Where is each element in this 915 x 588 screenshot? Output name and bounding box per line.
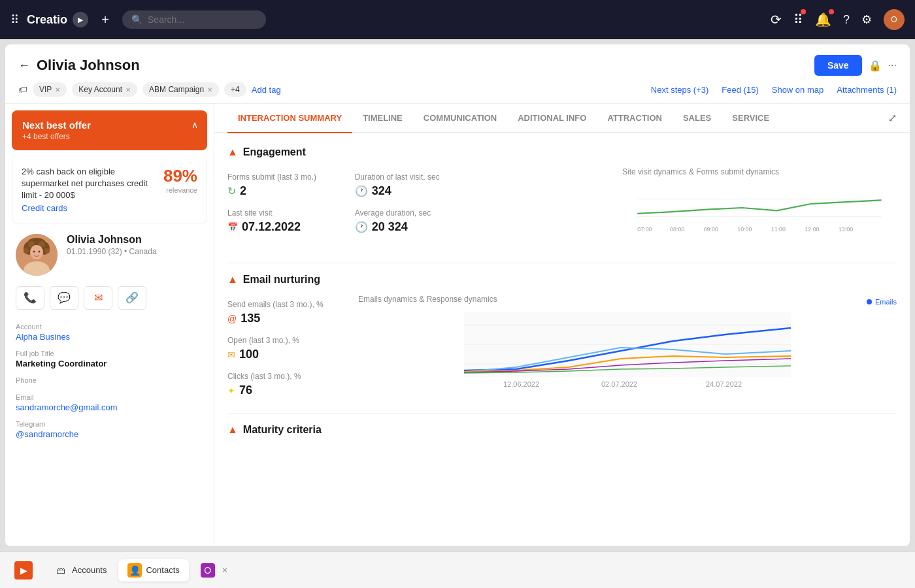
open-icon: ✉ (227, 350, 235, 360)
offer-link[interactable]: Credit cards (22, 203, 67, 213)
tab-timeline[interactable]: TIMELINE (352, 104, 413, 133)
taskbar-accounts[interactable]: 🗃 Accounts (44, 559, 116, 581)
tab-service[interactable]: SERVICE (722, 104, 780, 133)
tab-interaction-summary[interactable]: INTERACTION SUMMARY (227, 104, 352, 133)
phone-label: Phone (16, 376, 203, 384)
offer-percent: 89% (163, 166, 197, 186)
email-legend: Emails (875, 298, 897, 306)
tag-vip-remove[interactable]: ✕ (55, 86, 60, 93)
play-button[interactable]: ▶ (73, 12, 88, 27)
contact-avatar (16, 234, 58, 276)
search-bar[interactable]: 🔍 (122, 10, 266, 29)
email-chart-title: Emails dynamics & Response dynamics (358, 295, 497, 304)
email-value[interactable]: sandramorche@gmail.com (16, 402, 203, 412)
bell-badge (829, 9, 834, 14)
contact-card: Olivia Johnson 01.01.1990 (32) • Canada (5, 223, 214, 286)
top-navigation: ⠿ Creatio ▶ + 🔍 ⟳ ⠿ 🔔 ? ⚙ O (0, 0, 915, 39)
olivia-icon: O (201, 563, 215, 578)
more-options-icon[interactable]: ··· (888, 59, 897, 71)
back-button[interactable]: ← (18, 59, 30, 73)
account-label: Account (16, 323, 203, 331)
lock-icon[interactable]: 🔒 (869, 59, 882, 72)
tab-sales[interactable]: SALES (673, 104, 722, 133)
clicks-metric: Clicks (last 3 mo.), % ✦ 76 (227, 367, 345, 402)
taskbar-close-icon[interactable]: ✕ (222, 566, 228, 575)
action-buttons: 📞 💬 ✉ 🔗 (5, 286, 214, 319)
next-steps-button[interactable]: Next steps (+3) (651, 85, 709, 95)
svg-point-10 (30, 245, 43, 259)
tag-vip[interactable]: VIP ✕ (33, 82, 67, 97)
offer-card: Next best offer +4 best offers ∧ (12, 110, 207, 150)
attachments-button[interactable]: Attachments (1) (837, 85, 897, 95)
help-icon[interactable]: ? (843, 13, 850, 27)
email-button[interactable]: ✉ (84, 286, 112, 310)
section-divider-1 (227, 263, 897, 263)
show-on-map-button[interactable]: Show on map (772, 85, 824, 95)
offer-chevron-icon[interactable]: ∧ (191, 120, 198, 130)
bell-icon[interactable]: 🔔 (815, 12, 831, 27)
engagement-chart-title: Site visit dynamics & Forms submit dynam… (622, 167, 897, 176)
engagement-section-header: ▲ Engagement (227, 146, 897, 158)
taskbar-contacts[interactable]: 👤 Contacts (118, 559, 188, 581)
offer-title: Next best offer (22, 120, 197, 131)
forms-icon: ↻ (227, 185, 236, 197)
clicks-icon: ✦ (227, 385, 235, 396)
engagement-icon: ▲ (227, 146, 238, 158)
user-avatar[interactable]: O (884, 9, 905, 30)
svg-text:02.07.2022: 02.07.2022 (601, 380, 637, 388)
offer-subtitle: +4 best offers (22, 132, 197, 141)
svg-point-8 (24, 248, 29, 253)
right-panel: INTERACTION SUMMARY TIMELINE COMMUNICATI… (214, 104, 910, 546)
engagement-metrics: Forms submit (last 3 mo.) ↻ 2 Duration o… (227, 167, 609, 239)
email-nurturing-icon: ▲ (227, 274, 238, 286)
content-area: Next best offer +4 best offers ∧ 2% cash… (5, 104, 910, 546)
phone-field: Phone (5, 372, 214, 389)
offer-relevance: relevance (163, 186, 197, 194)
tags-row: 🏷 VIP ✕ Key Account ✕ ABM Campaign ✕ +4 … (5, 76, 910, 104)
tab-attraction[interactable]: ATTRACTION (597, 104, 673, 133)
link-button[interactable]: 🔗 (118, 286, 146, 310)
offer-text: 2% cash back on eligible supermarket net… (22, 166, 157, 202)
contacts-icon: 👤 (127, 563, 142, 578)
settings-icon[interactable]: ⚙ (861, 12, 872, 27)
tag-more[interactable]: +4 (224, 82, 246, 97)
page-header: ← Olivia Johnson Save 🔒 ··· (5, 44, 910, 76)
email-nurturing-section-header: ▲ Email nurturing (227, 274, 897, 286)
creatio-icon[interactable]: ⟳ (771, 12, 782, 27)
account-value[interactable]: Alpha Busines (16, 332, 203, 342)
svg-text:10:00: 10:00 (737, 226, 752, 233)
svg-point-9 (44, 248, 50, 253)
last-visit-metric: Last site visit 📅 07.12.2022 (227, 203, 355, 239)
engagement-title: Engagement (243, 146, 306, 158)
taskbar-home[interactable]: ▶ (5, 557, 42, 583)
title-area: ← Olivia Johnson (18, 57, 140, 74)
nav-actions: ⟳ ⠿ 🔔 ? ⚙ O (771, 9, 905, 30)
svg-text:12:00: 12:00 (805, 226, 819, 233)
add-tag-button[interactable]: Add tag (252, 85, 281, 95)
svg-text:24.07.2022: 24.07.2022 (706, 380, 742, 388)
account-field: Account Alpha Busines (5, 319, 214, 346)
taskbar-olivia[interactable]: O ✕ (191, 559, 237, 581)
telegram-value[interactable]: @sandramorche (16, 429, 203, 439)
apps-badge (801, 9, 806, 14)
tab-communication[interactable]: COMMUNICATION (413, 104, 507, 133)
search-input[interactable] (148, 14, 257, 25)
expand-icon[interactable]: ⤢ (888, 112, 897, 124)
chat-button[interactable]: 💬 (50, 286, 78, 310)
tag-abm-campaign[interactable]: ABM Campaign ✕ (142, 82, 219, 97)
tag-key-account[interactable]: Key Account ✕ (72, 82, 137, 97)
tag-icon: 🏷 (18, 84, 27, 95)
grid-menu-icon[interactable]: ⠿ (10, 12, 19, 27)
job-value: Marketing Coordinator (16, 359, 203, 368)
offer-body: 2% cash back on eligible supermarket net… (12, 157, 207, 223)
save-button[interactable]: Save (814, 55, 862, 76)
avg-duration-metric: Average duration, sec 🕐 20 324 (355, 203, 482, 239)
apps-icon[interactable]: ⠿ (793, 12, 803, 27)
tag-key-account-remove[interactable]: ✕ (125, 86, 131, 93)
add-button[interactable]: + (96, 10, 114, 29)
tab-additional-info[interactable]: ADITIONAL INFO (507, 104, 597, 133)
phone-button[interactable]: 📞 (16, 286, 44, 310)
feed-button[interactable]: Feed (15) (722, 85, 758, 95)
tag-abm-remove[interactable]: ✕ (207, 86, 212, 93)
email-label: Email (16, 393, 203, 401)
